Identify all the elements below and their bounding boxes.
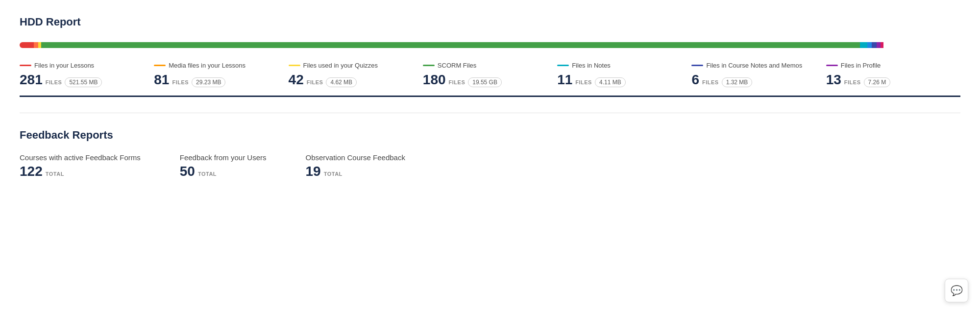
stat-size-badge-files-notes: 4.11 MB xyxy=(595,77,626,87)
stat-size-badge-media-files-lessons: 29.23 MB xyxy=(192,77,225,87)
stat-label-line-files-course-notes-memos: Files in Course Notes and Memos xyxy=(691,62,818,69)
feedback-row: Courses with active Feedback Forms 122 T… xyxy=(20,153,960,179)
stat-numbers-media-files-lessons: 81 FILES 29.23 MB xyxy=(154,72,280,88)
stat-count-media-files-lessons: 81 xyxy=(154,72,169,88)
feedback-numbers-active-feedback-forms: 122 TOTAL xyxy=(20,164,141,179)
feedback-item-observation-course-feedback: Observation Course Feedback 19 TOTAL xyxy=(306,153,405,179)
hdd-progress-bar xyxy=(20,42,960,48)
section-divider xyxy=(20,113,960,113)
stat-color-indicator-files-course-notes-memos xyxy=(691,65,703,66)
indigo-segment xyxy=(872,42,877,48)
stat-label-text-scorm-files: SCORM Files xyxy=(438,62,476,69)
stat-label-line-scorm-files: SCORM Files xyxy=(423,62,549,69)
stat-numbers-files-profile: 13 FILES 7.26 M xyxy=(826,72,953,88)
stat-files-label-media-files-lessons: FILES xyxy=(172,79,189,85)
feedback-item-active-feedback-forms: Courses with active Feedback Forms 122 T… xyxy=(20,153,141,179)
stat-label-line-media-files-lessons: Media files in your Lessons xyxy=(154,62,280,69)
stat-label-text-files-in-lessons: Files in your Lessons xyxy=(34,62,94,69)
stat-color-indicator-scorm-files xyxy=(423,65,435,66)
stat-label-text-media-files-lessons: Media files in your Lessons xyxy=(169,62,245,69)
pink-segment xyxy=(881,42,883,48)
feedback-total-label-feedback-from-users: TOTAL xyxy=(198,171,217,177)
stat-label-line-files-quizzes: Files used in your Quizzes xyxy=(289,62,415,69)
stat-item-files-profile: Files in Profile 13 FILES 7.26 M xyxy=(826,62,960,88)
stat-color-indicator-files-in-lessons xyxy=(20,65,31,66)
feedback-total-label-observation-course-feedback: TOTAL xyxy=(324,171,343,177)
stat-label-line-files-profile: Files in Profile xyxy=(826,62,953,69)
stat-files-label-files-course-notes-memos: FILES xyxy=(702,79,719,85)
stat-size-badge-scorm-files: 19.55 GB xyxy=(468,77,502,87)
teal-segment xyxy=(860,42,867,48)
hdd-stats-row: Files in your Lessons 281 FILES 521.55 M… xyxy=(20,62,960,97)
stat-item-files-notes: Files in Notes 11 FILES 4.11 MB xyxy=(557,62,691,88)
stat-numbers-files-quizzes: 42 FILES 4.62 MB xyxy=(289,72,415,88)
stat-item-files-course-notes-memos: Files in Course Notes and Memos 6 FILES … xyxy=(691,62,826,88)
stat-item-files-in-lessons: Files in your Lessons 281 FILES 521.55 M… xyxy=(20,62,154,88)
stat-files-label-files-quizzes: FILES xyxy=(307,79,323,85)
stat-color-indicator-media-files-lessons xyxy=(154,65,166,66)
stat-files-label-files-notes: FILES xyxy=(575,79,592,85)
green-main-segment xyxy=(41,42,859,48)
feedback-numbers-feedback-from-users: 50 TOTAL xyxy=(180,164,267,179)
stat-numbers-files-course-notes-memos: 6 FILES 1.32 MB xyxy=(691,72,818,88)
purple-segment xyxy=(877,42,881,48)
stat-files-label-files-in-lessons: FILES xyxy=(46,79,62,85)
stat-label-text-files-profile: Files in Profile xyxy=(841,62,881,69)
feedback-count-active-feedback-forms: 122 xyxy=(20,164,43,179)
stat-label-text-files-quizzes: Files used in your Quizzes xyxy=(303,62,378,69)
stat-color-indicator-files-profile xyxy=(826,65,838,66)
stat-numbers-files-in-lessons: 281 FILES 521.55 MB xyxy=(20,72,146,88)
feedback-label-feedback-from-users: Feedback from your Users xyxy=(180,153,267,162)
feedback-count-feedback-from-users: 50 xyxy=(180,164,195,179)
stat-item-media-files-lessons: Media files in your Lessons 81 FILES 29.… xyxy=(154,62,288,88)
stat-files-label-scorm-files: FILES xyxy=(449,79,466,85)
feedback-count-observation-course-feedback: 19 xyxy=(306,164,321,179)
stat-numbers-scorm-files: 180 FILES 19.55 GB xyxy=(423,72,549,88)
stat-label-text-files-course-notes-memos: Files in Course Notes and Memos xyxy=(706,62,802,69)
stat-color-indicator-files-notes xyxy=(557,65,569,66)
files-in-lessons-segment xyxy=(20,42,34,48)
stat-label-line-files-in-lessons: Files in your Lessons xyxy=(20,62,146,69)
feedback-item-feedback-from-users: Feedback from your Users 50 TOTAL xyxy=(180,153,267,179)
feedback-reports-title: Feedback Reports xyxy=(20,129,960,142)
stat-label-line-files-notes: Files in Notes xyxy=(557,62,684,69)
feedback-total-label-active-feedback-forms: TOTAL xyxy=(46,171,64,177)
stat-count-files-in-lessons: 281 xyxy=(20,72,43,88)
orange-segment xyxy=(34,42,39,48)
stat-count-files-quizzes: 42 xyxy=(289,72,304,88)
hdd-report-title: HDD Report xyxy=(20,16,960,28)
feedback-numbers-observation-course-feedback: 19 TOTAL xyxy=(306,164,405,179)
stat-size-badge-files-quizzes: 4.62 MB xyxy=(326,77,357,87)
stat-count-scorm-files: 180 xyxy=(423,72,446,88)
feedback-label-observation-course-feedback: Observation Course Feedback xyxy=(306,153,405,162)
stat-size-badge-files-course-notes-memos: 1.32 MB xyxy=(722,77,753,87)
stat-count-files-profile: 13 xyxy=(826,72,841,88)
stat-item-files-quizzes: Files used in your Quizzes 42 FILES 4.62… xyxy=(289,62,423,88)
stat-files-label-files-profile: FILES xyxy=(844,79,861,85)
stat-item-scorm-files: SCORM Files 180 FILES 19.55 GB xyxy=(423,62,557,88)
stat-count-files-notes: 11 xyxy=(557,72,572,88)
stat-color-indicator-files-quizzes xyxy=(289,65,300,66)
stat-count-files-course-notes-memos: 6 xyxy=(691,72,699,88)
feedback-label-active-feedback-forms: Courses with active Feedback Forms xyxy=(20,153,141,162)
blue-segment xyxy=(867,42,872,48)
stat-label-text-files-notes: Files in Notes xyxy=(572,62,611,69)
stat-size-badge-files-in-lessons: 521.55 MB xyxy=(65,77,102,87)
stat-size-badge-files-profile: 7.26 M xyxy=(864,77,891,87)
stat-numbers-files-notes: 11 FILES 4.11 MB xyxy=(557,72,684,88)
